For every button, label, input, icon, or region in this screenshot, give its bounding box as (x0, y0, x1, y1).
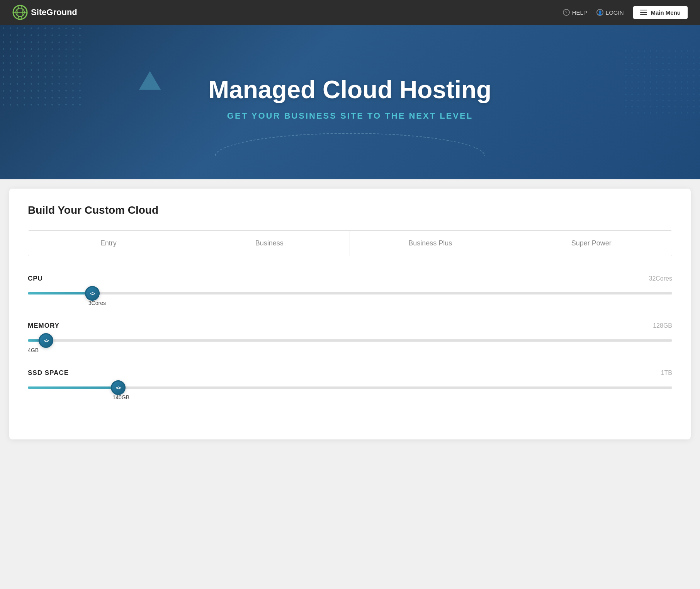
tab-super-power[interactable]: Super Power (511, 231, 672, 256)
ssd-value-container: 140GB (28, 394, 672, 401)
ssd-slider-track-container: <> (28, 381, 672, 394)
cpu-slider-header: CPU 32Cores (28, 275, 672, 283)
tab-business[interactable]: Business (189, 231, 350, 256)
cpu-slider-track-container: <> (28, 287, 672, 300)
logo-text: SiteGround (31, 7, 77, 17)
cpu-max: 32Cores (649, 275, 672, 282)
help-icon: ? (563, 9, 570, 16)
memory-slider-section: MEMORY 128GB <> 4GB (28, 322, 672, 354)
memory-label: MEMORY (28, 322, 59, 330)
main-card: Build Your Custom Cloud Entry Business B… (9, 189, 691, 439)
cpu-slider-thumb[interactable]: <> (85, 286, 100, 301)
ssd-label: SSD SPACE (28, 369, 69, 377)
navbar: SiteGround ? HELP 👤 LOGIN Main Menu (0, 0, 700, 25)
memory-slider-thumb[interactable]: <> (39, 333, 53, 348)
cpu-current-value: 3Cores (88, 300, 106, 306)
cpu-slider-section: CPU 32Cores <> 3Cores (28, 275, 672, 306)
hero-dashed-curve (215, 133, 485, 156)
hero-triangle-decoration (139, 71, 161, 90)
tab-entry[interactable]: Entry (28, 231, 189, 256)
logo: SiteGround (12, 5, 77, 20)
memory-slider-header: MEMORY 128GB (28, 322, 672, 330)
login-link[interactable]: 👤 LOGIN (596, 9, 624, 16)
ssd-max: 1TB (661, 369, 672, 376)
ssd-slider-thumb-icon: <> (116, 385, 120, 391)
hero-section: Managed Cloud Hosting GET YOUR BUSINESS … (0, 25, 700, 179)
cpu-value-container: 3Cores (28, 300, 672, 306)
hero-bg-dots (0, 25, 85, 110)
navbar-right: ? HELP 👤 LOGIN Main Menu (563, 6, 688, 19)
hero-title: Managed Cloud Hosting (209, 75, 491, 104)
ssd-current-value: 140GB (113, 394, 130, 400)
cpu-slider-thumb-icon: <> (90, 291, 94, 296)
memory-value-container: 4GB (28, 347, 672, 354)
memory-current-value: 4GB (28, 347, 39, 353)
plan-tabs: Entry Business Business Plus Super Power (28, 230, 672, 256)
cpu-label: CPU (28, 275, 43, 283)
memory-slider-track: <> (28, 339, 672, 342)
cpu-slider-track: <> (28, 292, 672, 294)
ssd-slider-fill (28, 386, 118, 389)
main-menu-button[interactable]: Main Menu (633, 6, 688, 19)
hero-subtitle: GET YOUR BUSINESS SITE TO THE NEXT LEVEL (227, 111, 473, 121)
ssd-slider-track: <> (28, 386, 672, 389)
ssd-slider-thumb[interactable]: <> (111, 380, 126, 395)
tab-business-plus[interactable]: Business Plus (350, 231, 511, 256)
help-link[interactable]: ? HELP (563, 9, 587, 16)
hamburger-icon (640, 10, 647, 15)
ssd-slider-header: SSD SPACE 1TB (28, 369, 672, 377)
cpu-slider-fill (28, 292, 92, 294)
hero-bg-dots-right (623, 48, 700, 117)
card-title: Build Your Custom Cloud (28, 204, 672, 216)
memory-slider-thumb-icon: <> (44, 338, 48, 344)
memory-slider-track-container: <> (28, 334, 672, 347)
memory-max: 128GB (653, 322, 672, 329)
ssd-slider-section: SSD SPACE 1TB <> 140GB (28, 369, 672, 401)
siteground-logo-icon (12, 5, 28, 20)
login-icon: 👤 (596, 9, 603, 16)
